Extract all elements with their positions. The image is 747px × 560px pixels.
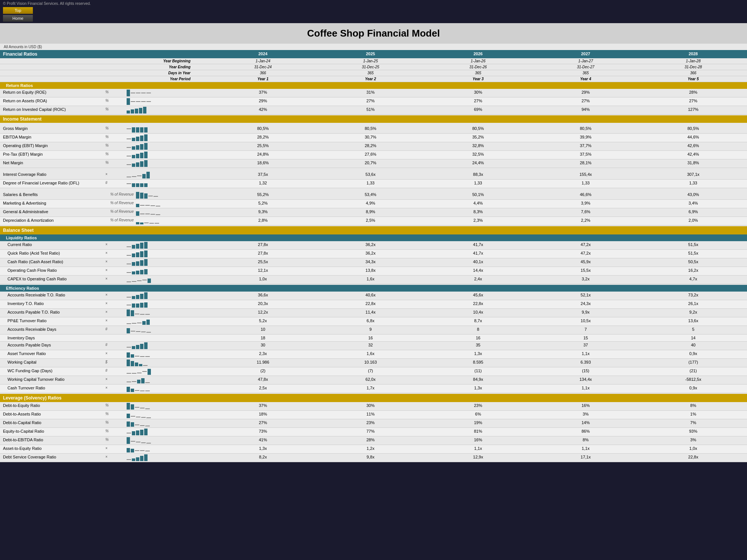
capex-ratio-row: CAPEX to Operating Cash Ratio × 1,0x 1,6…: [0, 276, 747, 284]
marketing-row: Marketing & Advertising % of Revenue 5,2…: [0, 200, 747, 208]
ate-row: Asset-to-Equity Ratio × 1,3x 1,2x 1,1x 1…: [0, 445, 747, 454]
inv-to-row: Inventory T.O. Ratio × 20,3x 22,8x 22,8x…: [0, 300, 747, 309]
working-capital-row: Working Capital $ 11.986 10.163 8.595 6.…: [0, 359, 747, 367]
ar-to-row: Accounts Receivable T.O. Ratio × 36,6x 4…: [0, 292, 747, 300]
ppe-turnover-row: PP&E Turnover Ratio × 5,2x 6,8x 8,7x 10,…: [0, 317, 747, 326]
copyright: © Profit Vision Financial Services. All …: [3, 1, 744, 6]
dscr-row: Debt Service Coverage Ratio × 8,2x 9,8x …: [0, 454, 747, 462]
ebitda-margin-row: EBITDA Margin % 28,2% 30,7% 35,2% 39,9% …: [0, 134, 747, 142]
asset-turnover-row: Asset Turnover Ratio × 2,3x 1,6x 1,3x 1,…: [0, 350, 747, 359]
income-statement-header: Income Statement: [0, 115, 747, 123]
balance-sheet-header: Balance Sheet: [0, 226, 747, 234]
year-period-row: Year Period Year 1 Year 2 Year 3 Year 4 …: [0, 76, 747, 82]
pretax-margin-row: Pre-Tax (EBT) Margin % 24,8% 27,6% 32,5%…: [0, 151, 747, 159]
top-bar: © Profit Vision Financial Services. All …: [0, 0, 747, 23]
cash-ratio-row: Cash Ratio (Cash Asset Ratio) × 25,5x 34…: [0, 258, 747, 267]
net-margin-row: Net Margin % 18,6% 20,7% 24,4% 28,1% 31,…: [0, 159, 747, 168]
roe-row: Return on Equity (ROE) % 37% 31% 30% 29%…: [0, 89, 747, 97]
dte-row: Debt-to-Equity Ratio % 37% 30% 23% 16% 8…: [0, 402, 747, 411]
current-ratio-row: Current Ratio × 27,8x 36,2x 41,7x 47,2x …: [0, 241, 747, 250]
salaries-row: Salaries & Benefits % of Revenue 55,2% 5…: [0, 191, 747, 200]
all-amounts: All Amounts in USD ($): [0, 44, 747, 50]
home-button[interactable]: Home: [3, 15, 33, 22]
dtc-row: Debt-to-Capital Ratio % 27% 23% 19% 14% …: [0, 419, 747, 428]
da-row: Depreciation & Amortization % of Revenue…: [0, 217, 747, 225]
financial-ratios-header: Financial Ratios 2024 2025 2026 2027 202…: [0, 50, 747, 58]
wc-turnover-row: Working Capital Turnover Ratio × 47,8x 6…: [0, 376, 747, 385]
gross-margin-row: Gross Margin % 80,5% 80,5% 80,5% 80,5% 8…: [0, 125, 747, 134]
roa-row: Return on Assets (ROA) % 29% 27% 27% 27%…: [0, 97, 747, 106]
dta-row: Debt-to-Assets Ratio % 18% 11% 6% 3% 1%: [0, 411, 747, 419]
ebit-margin-row: Operating (EBIT) Margin % 25,5% 28,2% 32…: [0, 142, 747, 151]
ocf-ratio-row: Operating Cash Flow Ratio × 12,1x 13,8x …: [0, 267, 747, 276]
ar-days-row: Accounts Receivable Days # 10 9 8 7 5: [0, 326, 747, 335]
cash-turnover-row: Cash Turnover Ratio × 2,5x 1,7x 1,3x 1,1…: [0, 385, 747, 393]
leverage-ratios-header: Leverage (Solvency) Ratios: [0, 394, 747, 402]
ap-to-row: Accounts Payable T.O. Ratio × 12,2x 11,4…: [0, 309, 747, 317]
dfl-row: Degree of Financial Leverage Ratio (DFL)…: [0, 180, 747, 188]
liquidity-ratios-header: Liquidity Ratios: [0, 234, 747, 241]
etc-row: Equity-to-Capital Ratio % 73% 77% 81% 86…: [0, 428, 747, 436]
roic-row: Return on Invested Capital (ROIC) % 42% …: [0, 106, 747, 115]
interest-coverage-row: Interest Coverage Ratio × 37,5x 53,6x 88…: [0, 171, 747, 180]
efficiency-ratios-header: Efficiency Ratios: [0, 285, 747, 292]
year-ending-row: Year Ending 31-Dec-24 31-Dec-25 31-Dec-2…: [0, 64, 747, 70]
quick-ratio-row: Quick Ratio (Acid Test Ratio) × 27,8x 36…: [0, 250, 747, 258]
return-ratios-header: Return Ratios: [0, 82, 747, 89]
wc-gap-row: WC Funding Gap (Days) # (2) (7) (11) (15…: [0, 367, 747, 376]
year-beginning-row: Year Beginning 1-Jan-24 1-Jan-25 1-Jan-2…: [0, 58, 747, 64]
main-title: Coffee Shop Financial Model: [0, 23, 747, 44]
top-button[interactable]: Top: [3, 7, 33, 14]
ap-days-row: Accounts Payable Days # 30 32 35 37 40: [0, 342, 747, 350]
dteb-row: Debt-to-EBITDA Ratio % 41% 28% 16% 8% 3%: [0, 436, 747, 445]
inv-days-row: Inventory Days 18 16 16 15 14: [0, 335, 747, 342]
days-in-year-row: Days in Year 366 365 365 365 366: [0, 70, 747, 76]
ga-row: General & Administrative % of Revenue 9,…: [0, 208, 747, 217]
